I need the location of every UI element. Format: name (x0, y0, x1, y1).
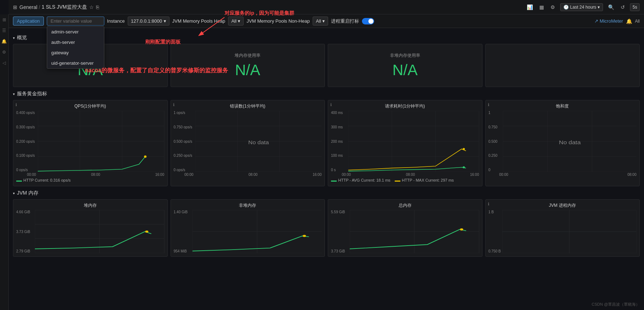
search-icon[interactable]: 🔍 (607, 3, 616, 12)
sidebar-icon-1[interactable]: ⊞ (3, 17, 6, 22)
golden-chevron-icon: ▾ (13, 92, 15, 96)
stat-title-1: 堆内存使用率 (235, 53, 260, 59)
jvm-cards: 堆内存 4.66 GiB 3.73 GiB 2.79 GiB (13, 199, 640, 257)
heap-memory-title: 堆内存 (16, 202, 164, 209)
heap-y-axis: 4.66 GiB 3.73 GiB 2.79 GiB (16, 210, 35, 253)
instance-chevron-icon: ▾ (164, 18, 166, 24)
jvm-process-memory-card: ℹ JVM 进程内存 1 B 0.750 B (485, 199, 640, 257)
svg-point-30 (463, 167, 465, 168)
overview-chevron-icon: ▾ (13, 36, 15, 40)
latency-legend: HTTP - AVG Current: 18.1 ms HTTP - MAX C… (331, 178, 479, 182)
svg-point-49 (145, 231, 148, 233)
topbar: ⊞ General / 1 SLS JVM监控大盘 ☆ ⎘ 📊 ▦ ⚙ 🕐 La… (9, 0, 644, 14)
micrometer-label: MicroMeter (600, 18, 623, 24)
dropdown-item-1[interactable]: auth-server (47, 37, 104, 47)
variable-input[interactable] (47, 17, 104, 26)
dropdown-item-0[interactable]: admin-server (47, 27, 104, 37)
process-restart-label: 进程重启打标 (331, 18, 359, 24)
total-chart-svg (350, 210, 479, 253)
jvm-heap-value: All (231, 18, 236, 24)
latency-info-icon: ℹ (330, 102, 332, 107)
jvm-label: JVM 内存 (17, 190, 38, 196)
error-x-axis: 00:00 08:00 16:00 (174, 172, 322, 177)
stat-value-1: N/A (235, 61, 260, 79)
sidebar-icon-5[interactable]: ◁ (3, 60, 6, 65)
jvm-non-heap-label: JVM Memory Pools Non-Heap (246, 18, 310, 24)
jvm-non-heap-chevron-icon: ▾ (322, 18, 325, 24)
stat-card-1: 堆内存使用率 N/A (171, 44, 325, 87)
svg-text:No data: No data (248, 140, 269, 145)
jvm-heap-selector[interactable]: All ▾ (228, 17, 244, 26)
qps-chart-title: QPS(1分钟平均) (16, 103, 164, 109)
svg-text:No data: No data (559, 140, 581, 146)
breadcrumb-sep: / (39, 4, 40, 10)
stat-card-empty (485, 44, 640, 87)
latency-chart-svg (348, 111, 479, 172)
settings-icon[interactable]: ⚙ (549, 3, 557, 12)
error-chart-panel: ℹ 错误数(1分钟平均) 1 ops/s 0.750 ops/s 0.500 o… (171, 100, 325, 186)
topbar-left: ⊞ General / 1 SLS JVM监控大盘 ☆ ⎘ (13, 4, 522, 10)
refresh-icon[interactable]: ↺ (619, 3, 626, 12)
saturation-chart-svg: No data (503, 111, 637, 172)
svg-point-63 (460, 228, 463, 231)
all-label-extra: All (635, 19, 640, 24)
sidebar-icon-2[interactable]: ☰ (2, 28, 6, 33)
process-restart-toggle (362, 18, 374, 24)
total-memory-card: 总内存 5.59 GiB 3.73 GiB (328, 199, 482, 257)
latency-y-axis: 400 ms 300 ms 200 ms 100 ms 0 s (331, 111, 348, 172)
time-range-label: Last 24 hours (570, 5, 597, 10)
jvm-process-info-icon: ℹ (488, 202, 489, 206)
sidebar-icon-4[interactable]: ⚙ (2, 50, 6, 55)
clock-icon: 🕐 (563, 5, 569, 10)
error-chart-title: 错误数(1分钟平均) (174, 103, 322, 109)
application-tab[interactable]: Application (13, 17, 44, 26)
qps-x-axis: 00:00 08:00 16:00 (16, 172, 164, 177)
sidebar-icon-3[interactable]: 🔔 (1, 39, 7, 44)
golden-metrics-section-header[interactable]: ▾ 服务黄金指标 (13, 91, 640, 97)
jvm-heap-label: JVM Memory Pools Heap (172, 18, 225, 24)
breadcrumb-root[interactable]: General (19, 4, 37, 10)
non-heap-y-axis: 1.40 GiB 954 MiB (174, 210, 192, 253)
sidebar: ⊞ ☰ 🔔 ⚙ ◁ (0, 14, 9, 263)
refresh-rate-badge: 5s (630, 3, 640, 11)
dropdown-item-3[interactable]: uid-generator-server (47, 58, 104, 68)
stat-card-2: 非堆内存使用率 N/A (328, 44, 482, 87)
instance-value: 127.0.0.1:8000 (131, 18, 162, 24)
total-memory-title: 总内存 (331, 202, 479, 209)
svg-point-56 (303, 235, 306, 237)
variable-input-wrap: admin-server auth-server gateway uid-gen… (47, 17, 104, 26)
jvm-non-heap-value: All (316, 18, 321, 24)
qps-chart-svg (38, 111, 164, 172)
saturation-y-axis: 1 0.750 0.500 0.250 0 (489, 111, 503, 172)
qps-chart-panel: ℹ QPS(1分钟平均) 0.400 ops/s 0.300 ops/s 0.2… (13, 100, 168, 186)
qps-y-axis: 0.400 ops/s 0.300 ops/s 0.200 ops/s 0.10… (16, 111, 38, 172)
alert-icon[interactable]: 🔔 (626, 18, 632, 24)
overview-section-header[interactable]: ▾ 概览 (13, 35, 640, 41)
jvm-process-title: JVM 进程内存 (489, 202, 637, 209)
time-range-selector[interactable]: 🕐 Last 24 hours ▾ (560, 3, 603, 11)
error-chart-svg: No data (195, 111, 322, 172)
dropdown-item-2[interactable]: gateway (47, 47, 104, 58)
latency-chart-panel: ℹ 请求耗时(1分钟平均) 400 ms 300 ms 200 ms 100 m… (328, 100, 482, 186)
latency-x-axis: 00:00 08:00 16:00 (331, 172, 479, 177)
instance-selector[interactable]: 127.0.0.1:8000 ▾ (128, 17, 169, 26)
stat-title-2: 非堆内存使用率 (390, 53, 420, 59)
share-icon[interactable]: ⎘ (96, 4, 99, 10)
saturation-x-axis: 00:00 08:00 (489, 172, 637, 177)
grid-icon: ⊞ (13, 4, 17, 10)
svg-point-10 (144, 155, 146, 158)
dashboard-icon[interactable]: ▦ (538, 3, 545, 12)
error-info-icon: ℹ (173, 102, 174, 107)
total-y-axis: 5.59 GiB 3.73 GiB (331, 210, 350, 253)
jvm-non-heap-selector[interactable]: All ▾ (313, 17, 328, 26)
breadcrumb-current: 1 SLS JVM监控大盘 (42, 4, 87, 10)
toggle-switch[interactable] (362, 18, 374, 24)
chevron-down-icon: ▾ (598, 5, 600, 10)
micrometer-link[interactable]: ↗ MicroMeter (594, 18, 623, 24)
saturation-info-icon: ℹ (488, 102, 489, 107)
star-icon[interactable]: ☆ (89, 4, 94, 10)
bar-chart-icon[interactable]: 📊 (525, 3, 534, 12)
svg-point-31 (463, 148, 465, 150)
jvm-section-header[interactable]: ▾ JVM 内存 (13, 190, 640, 196)
jvm-heap-chevron-icon: ▾ (238, 18, 240, 24)
